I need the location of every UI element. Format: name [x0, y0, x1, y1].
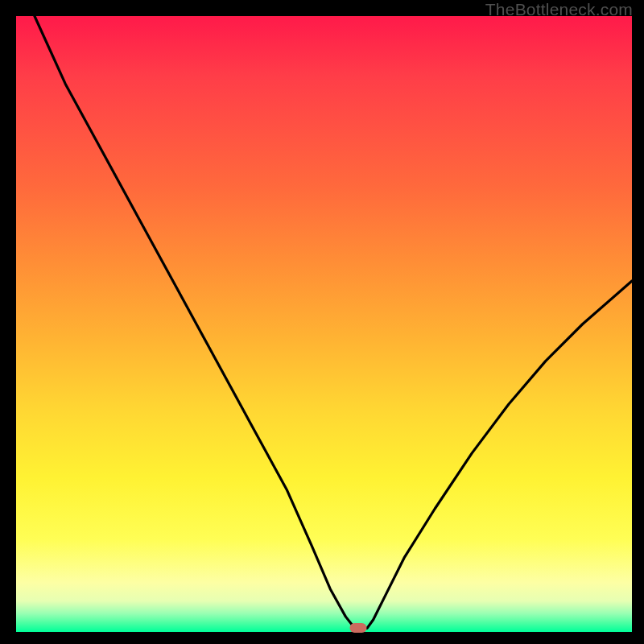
- optimal-point-marker: [349, 623, 366, 633]
- chart-frame: TheBottleneck.com: [0, 0, 644, 644]
- watermark-text: TheBottleneck.com: [485, 0, 633, 19]
- bottleneck-curve: [16, 16, 632, 632]
- plot-area: [16, 16, 632, 632]
